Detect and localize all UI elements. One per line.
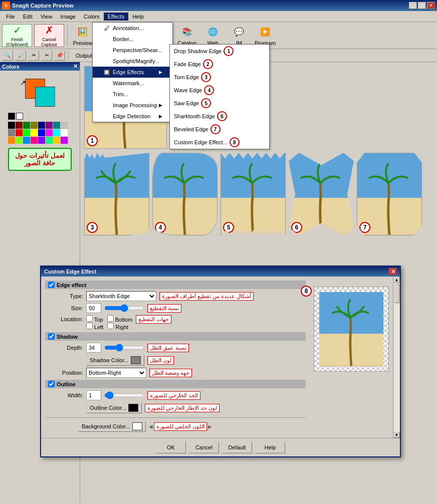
preview-button[interactable]: 🖼️ Preview xyxy=(71,24,95,47)
wave-label: Wave Edge xyxy=(174,87,202,93)
submenu-wave[interactable]: Wave Edge 4 xyxy=(170,84,269,97)
color-palette[interactable] xyxy=(8,122,72,144)
finish-label: Finish (Clipboard) xyxy=(3,37,31,47)
im-button[interactable]: 💬 IM xyxy=(227,24,251,47)
location-bottom-checkbox[interactable] xyxy=(107,315,114,322)
submenu-beveled[interactable]: Beveled Edge 7 xyxy=(170,123,269,136)
location-top-label[interactable]: Top xyxy=(86,315,103,323)
dialog-main: Edge effect Type: Sharktooth Edge أشكال … xyxy=(41,277,400,438)
finish-icon: ✓ xyxy=(10,24,24,36)
width-slider[interactable] xyxy=(104,391,144,399)
submenu-torn[interactable]: Torn Edge 3 xyxy=(170,71,269,84)
menu-edge-detection[interactable]: Edge Detection ▶ xyxy=(93,111,172,122)
outline-checkbox[interactable] xyxy=(48,381,55,387)
depth-slider[interactable] xyxy=(104,344,144,352)
cut-button[interactable]: ✂ xyxy=(41,51,52,61)
menu-help[interactable]: Help xyxy=(128,13,148,21)
program-button[interactable]: ▶️ Program xyxy=(253,24,277,47)
zoom-out-button[interactable]: 🔎 xyxy=(15,51,26,61)
drop-shadow-label: Drop Shadow Edge xyxy=(174,48,222,54)
zoom-in-button[interactable]: 🔍 xyxy=(2,51,13,61)
location-top-checkbox[interactable] xyxy=(86,315,93,322)
default-button[interactable]: Default xyxy=(222,441,252,453)
width-input[interactable] xyxy=(86,390,101,400)
background-swatch[interactable] xyxy=(35,87,55,107)
menu-spotlight[interactable]: Spotlight/Magnify... xyxy=(93,56,172,67)
separator-1 xyxy=(67,26,68,46)
position-select[interactable]: Bottom-Right Bottom-Left Top-Right Top-L… xyxy=(86,368,146,378)
dialog-scrollbar[interactable]: ▲ ▼ xyxy=(393,277,400,438)
size-input[interactable] xyxy=(86,303,101,313)
menu-edge-effects[interactable]: 🔲 Edge Effects ▶ xyxy=(93,67,172,78)
scroll-thumb[interactable] xyxy=(394,283,399,303)
window-controls[interactable]: _ □ ✕ xyxy=(409,2,435,9)
submenu-fade[interactable]: Fade Edge 2 xyxy=(170,58,269,71)
white-swatch[interactable] xyxy=(16,113,23,120)
submenu-custom[interactable]: Custom Edge Effect... 8 xyxy=(170,136,269,149)
bg-color-arabic: اللون الخلفي للصورة xyxy=(154,422,207,431)
colors-panel-close[interactable]: ✕ xyxy=(73,63,78,70)
badge-num-6: 6 xyxy=(217,111,227,121)
location-right-checkbox[interactable] xyxy=(107,323,114,329)
catalog-button[interactable]: 📚 Catalog xyxy=(175,24,199,47)
depth-input[interactable] xyxy=(86,343,101,353)
menu-file[interactable]: File xyxy=(2,13,19,21)
location-right-label[interactable]: Right xyxy=(107,323,128,330)
edge-effect-header: Edge effect xyxy=(45,281,306,289)
scroll-up-button[interactable]: ▲ xyxy=(394,277,400,283)
menu-colors[interactable]: Colors xyxy=(80,13,104,21)
im-icon: 💬 xyxy=(232,25,246,39)
black-swatch[interactable] xyxy=(8,113,15,120)
submenu-drop-shadow[interactable]: Drop Shadow Edge 1 xyxy=(170,45,269,58)
menu-perspective[interactable]: Perspective/Shear... xyxy=(93,45,172,56)
paste-button[interactable]: 📌 xyxy=(54,51,65,61)
dialog-form: Edge effect Type: Sharktooth Edge أشكال … xyxy=(41,277,310,438)
fade-label: Fade Edge xyxy=(174,61,201,67)
maximize-button[interactable]: □ xyxy=(418,2,426,9)
shadow-color-button[interactable]: Shadow Color... xyxy=(86,355,144,366)
size-row: Size: نسبة التقطيع xyxy=(53,303,306,313)
saw-label: Saw Edge xyxy=(174,100,199,106)
menu-border[interactable]: Border... xyxy=(93,34,172,45)
shadow-header: Shadow xyxy=(45,332,306,341)
badge-7: 7 xyxy=(359,222,370,233)
bg-color-button[interactable]: Background Color... xyxy=(78,421,146,432)
cancel-button[interactable]: ✗ Cancel Capture xyxy=(34,24,64,47)
location-left-checkbox[interactable] xyxy=(86,323,93,329)
scroll-down-button[interactable]: ▼ xyxy=(394,432,400,438)
menu-effects[interactable]: Effects xyxy=(104,13,128,21)
crop-button[interactable]: ✂ xyxy=(28,51,39,61)
cancel-dialog-button[interactable]: Cancel xyxy=(189,441,219,453)
submenu-sharktooth[interactable]: Sharktooth Edge 6 xyxy=(170,110,269,123)
separator-2 xyxy=(68,51,69,61)
menu-image[interactable]: Image xyxy=(56,13,80,21)
type-select[interactable]: Sharktooth Edge xyxy=(86,291,156,301)
menu-view[interactable]: View xyxy=(37,13,57,21)
dialog-close-button[interactable]: ✕ xyxy=(389,268,397,275)
palm-scene-7: 7 xyxy=(357,153,421,235)
shadow-checkbox[interactable] xyxy=(48,333,55,340)
help-button[interactable]: Help xyxy=(255,441,285,453)
menu-annotation[interactable]: 🖊 Annotation... xyxy=(93,23,172,34)
web-button[interactable]: 🌐 Web xyxy=(201,24,225,47)
minimize-button[interactable]: _ xyxy=(409,2,417,9)
edge-effect-checkbox[interactable] xyxy=(48,282,55,288)
size-slider[interactable] xyxy=(104,304,144,312)
location-bottom-label[interactable]: Bottom xyxy=(107,315,133,323)
finish-button[interactable]: ✓ Finish (Clipboard) xyxy=(2,24,32,47)
menu-trim[interactable]: Trim... xyxy=(93,89,172,100)
menu-watermark[interactable]: Watermark... xyxy=(93,78,172,89)
outline-color-row: Outline Color... لون حد الإطار الخارجي ل… xyxy=(53,402,306,413)
menu-image-processing[interactable]: Image Processing ▶ xyxy=(93,100,172,111)
spotlight-icon xyxy=(103,57,111,65)
location-left-label[interactable]: Left xyxy=(86,323,103,330)
submenu-saw[interactable]: Saw Edge 5 xyxy=(170,97,269,110)
ok-button[interactable]: OK xyxy=(156,441,186,453)
menu-edit[interactable]: Edit xyxy=(19,13,37,21)
close-button[interactable]: ✕ xyxy=(427,2,435,9)
edge-effect-label: Edge effect xyxy=(57,282,86,288)
effects-dropdown: 🖊 Annotation... Border... Perspective/Sh… xyxy=(92,22,173,122)
cancel-label: Cancel Capture xyxy=(35,37,63,47)
outline-color-button[interactable]: Outline Color... xyxy=(86,402,142,413)
image-processing-arrow: ▶ xyxy=(159,103,162,108)
